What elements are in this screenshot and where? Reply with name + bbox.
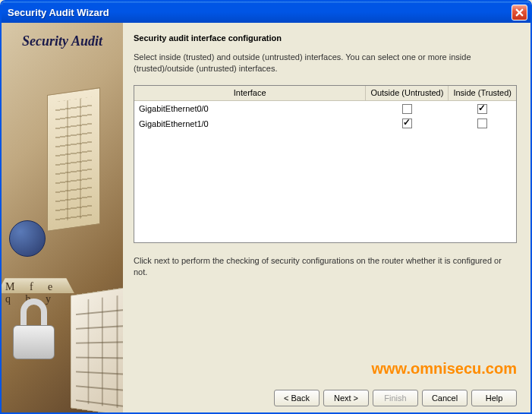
intro-text: Select inside (trusted) and outside (unt…: [134, 52, 517, 74]
outside-checkbox[interactable]: [402, 119, 412, 128]
col-outside[interactable]: Outside (Untrusted): [366, 86, 449, 101]
interface-table: Interface Outside (Untrusted) Inside (Tr…: [134, 85, 517, 243]
inside-checkbox[interactable]: [477, 104, 487, 114]
main-panel: Security audit interface configuration S…: [123, 23, 530, 412]
body-area: M f eq b y Security Audit Security audit…: [2, 23, 530, 412]
page-heading: Security audit interface configuration: [134, 33, 517, 43]
outro-text: Click next to perform the checking of se…: [134, 255, 517, 278]
interface-name: GigabitEthernet0/0: [134, 101, 366, 116]
titlebar[interactable]: Security Audit Wizard: [2, 2, 530, 23]
sidebar-title: Security Audit: [2, 33, 123, 49]
sidebar-illustration: M f eq b y: [2, 23, 123, 412]
window-title: Security Audit Wizard: [8, 7, 512, 18]
button-row: < Back Next > Finish Cancel Help: [274, 390, 517, 406]
finish-button[interactable]: Finish: [373, 390, 418, 406]
outside-checkbox[interactable]: [402, 104, 412, 114]
close-button[interactable]: [512, 5, 527, 21]
cancel-button[interactable]: Cancel: [422, 390, 467, 406]
help-button[interactable]: Help: [471, 390, 517, 406]
wizard-window: Security Audit Wizard M f eq b y Securit…: [0, 0, 532, 414]
lock-icon: [13, 299, 58, 359]
close-icon: [515, 8, 524, 17]
back-button[interactable]: < Back: [274, 390, 320, 406]
interface-name: GigabitEthernet1/0: [134, 116, 366, 131]
table-row: GigabitEthernet0/0: [134, 101, 516, 116]
watermark: www.omnisecu.com: [371, 360, 517, 378]
table-row: GigabitEthernet1/0: [134, 116, 516, 131]
inside-checkbox[interactable]: [477, 119, 487, 128]
next-button[interactable]: Next >: [323, 390, 369, 406]
sidebar: M f eq b y Security Audit: [2, 23, 123, 412]
col-interface[interactable]: Interface: [134, 86, 366, 101]
col-inside[interactable]: Inside (Trusted): [449, 86, 516, 101]
